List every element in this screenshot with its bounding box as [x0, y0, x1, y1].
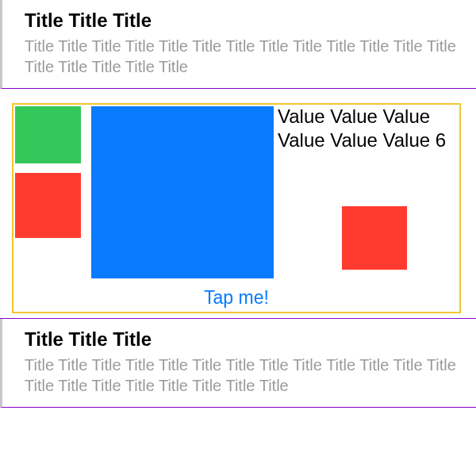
value-text: Value Value Value Value Value Value 6	[278, 105, 459, 152]
cell-title: Title Title Title	[25, 10, 457, 33]
red-square-left	[15, 173, 81, 238]
list-item[interactable]: Title Title Title Title Title Title Titl…	[0, 319, 476, 408]
red-square-right	[342, 206, 407, 270]
list: Title Title Title Title Title Title Titl…	[0, 0, 476, 408]
cell-subtitle: Title Title Title Title Title Title Titl…	[25, 355, 457, 396]
diagram-cell: Value Value Value Value Value Value 6 Ta…	[0, 89, 476, 319]
green-square	[15, 106, 81, 163]
cell-title: Title Title Title	[25, 328, 457, 351]
cell-subtitle: Title Title Title Title Title Title Titl…	[25, 36, 457, 77]
diagram-container: Value Value Value Value Value Value 6 Ta…	[12, 103, 461, 313]
blue-square	[91, 106, 274, 278]
list-item[interactable]: Title Title Title Title Title Title Titl…	[0, 0, 476, 89]
tap-me-button[interactable]: Tap me!	[13, 287, 459, 309]
